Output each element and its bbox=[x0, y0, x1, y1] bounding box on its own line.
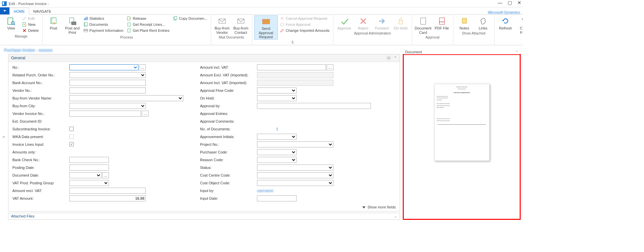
input-by-link[interactable]: username bbox=[257, 189, 273, 193]
payment-info-button[interactable]: Payment Information bbox=[82, 27, 125, 34]
collapse-handle[interactable]: » bbox=[2, 54, 5, 220]
cancel-approval-button[interactable]: Cancel Approval Request bbox=[278, 15, 331, 21]
post-icon: ✶ bbox=[49, 17, 58, 25]
maximize-icon[interactable]: ▢ bbox=[508, 0, 512, 5]
tab-home[interactable]: HOME bbox=[9, 8, 29, 15]
document-preview[interactable]: ━━━━ ━━━ ━━━━ ━━━ ━━━━━━━━━━━━ ━━INVOICE… bbox=[434, 84, 490, 161]
bank-account-field[interactable] bbox=[69, 80, 146, 86]
post-button[interactable]: ✶ Post bbox=[45, 15, 63, 30]
forward-button[interactable]: Forward bbox=[373, 15, 391, 30]
svg-rect-0 bbox=[8, 18, 13, 24]
bank-check-no-field[interactable] bbox=[69, 157, 109, 163]
force-approval-button[interactable]: Force Approval bbox=[278, 21, 331, 27]
reject-button[interactable]: Reject bbox=[354, 15, 372, 30]
group-manage-label: Manage bbox=[2, 34, 40, 38]
close-icon[interactable]: ✕ bbox=[517, 0, 521, 5]
clear-filter-button[interactable]: Clear Filter bbox=[515, 15, 523, 35]
release-button[interactable]: Release bbox=[125, 15, 171, 21]
general-left-column: No.: … Related Purch. Order No.: Bank Ac… bbox=[12, 64, 187, 202]
send-approval-request-button[interactable]: Send Approval Request bbox=[254, 15, 278, 40]
svg-rect-11 bbox=[72, 22, 76, 25]
buy-from-vendor-button[interactable]: Buy-from Vendor bbox=[213, 15, 231, 35]
on-hold-button[interactable]: On Hold bbox=[392, 15, 410, 30]
post-print-icon bbox=[68, 17, 77, 25]
panel-attached-files[interactable]: Attached Files ⌄ bbox=[8, 213, 400, 220]
minimize-icon[interactable]: — bbox=[498, 0, 502, 5]
refresh-button[interactable]: Refresh bbox=[497, 15, 515, 30]
group-mail-label: Mail Documents bbox=[213, 35, 250, 39]
svg-rect-12 bbox=[84, 18, 85, 20]
copy-document-button[interactable]: Copy Documen... bbox=[172, 15, 209, 21]
statistics-button[interactable]: Statistics bbox=[82, 15, 125, 21]
status-field[interactable] bbox=[257, 165, 333, 171]
svg-rect-26 bbox=[262, 19, 270, 24]
edit-button[interactable]: Edit bbox=[21, 15, 40, 21]
document-date-lookup[interactable]: … bbox=[102, 172, 109, 178]
buy-from-vendor-name-field[interactable] bbox=[69, 95, 183, 101]
invoice-lines-checkbox[interactable]: ✓ bbox=[69, 142, 74, 146]
no-lookup[interactable]: … bbox=[139, 64, 146, 70]
documents-icon bbox=[83, 22, 88, 27]
approval-flow-field[interactable] bbox=[257, 87, 297, 93]
approve-icon bbox=[340, 17, 349, 25]
posting-date-field[interactable] bbox=[69, 165, 109, 171]
panel-document: Document ⌃ ━━━━ ━━━ ━━━━ ━━━ ━━━━━━━━━━━… bbox=[403, 54, 521, 220]
vendor-invoice-lookup[interactable]: … bbox=[142, 111, 148, 117]
reason-code-field[interactable] bbox=[257, 157, 297, 163]
change-imported-amounts-button[interactable]: Change Imported Amounts bbox=[278, 27, 331, 34]
cost-centre-field[interactable] bbox=[257, 172, 333, 178]
file-menu-button[interactable] bbox=[0, 7, 9, 14]
tab-navigate[interactable]: NAVIGATE bbox=[29, 8, 55, 14]
app-logo-icon bbox=[2, 1, 7, 6]
links-button[interactable]: Links bbox=[474, 15, 492, 30]
amount-incl-vat-field[interactable] bbox=[257, 64, 326, 70]
view-button[interactable]: View bbox=[2, 15, 20, 30]
general-right-column: Amount incl. VAT: … Amount Excl. VAT (Im… bbox=[200, 64, 374, 202]
svg-line-2 bbox=[14, 24, 15, 25]
notes-button[interactable]: Notes bbox=[455, 15, 473, 30]
pdf-file-button[interactable]: PDF PDF File bbox=[433, 15, 451, 30]
on-hold-field[interactable] bbox=[257, 95, 297, 101]
project-no-field[interactable] bbox=[257, 141, 333, 147]
group-approval-label: Approval bbox=[414, 35, 451, 39]
approvement-initials-field[interactable] bbox=[257, 134, 297, 140]
approve-button[interactable]: Approve bbox=[335, 15, 353, 30]
vat-amount-field[interactable] bbox=[69, 195, 146, 201]
cost-object-field[interactable] bbox=[257, 180, 333, 186]
pencil-icon bbox=[22, 16, 27, 21]
show-more-fields[interactable]: Show more fields bbox=[8, 204, 400, 211]
new-button[interactable]: ✶New bbox=[21, 21, 40, 27]
subcontracting-checkbox[interactable] bbox=[69, 127, 74, 131]
no-field[interactable] bbox=[69, 64, 138, 70]
chevron-up-icon[interactable]: ⌃ bbox=[394, 56, 397, 60]
vendor-invoice-no-field[interactable] bbox=[69, 111, 141, 117]
post-and-print-button[interactable]: Post and Print bbox=[63, 15, 81, 35]
delete-button[interactable]: Delete bbox=[21, 27, 40, 34]
delete-icon bbox=[22, 28, 27, 33]
purchaser-code-field[interactable] bbox=[257, 149, 297, 155]
document-date-field[interactable] bbox=[69, 172, 102, 178]
vat-prod-group-field[interactable] bbox=[69, 180, 109, 186]
document-card-button[interactable]: Document Card bbox=[414, 15, 432, 35]
refresh-icon bbox=[501, 17, 510, 25]
approval-by-field[interactable] bbox=[257, 103, 371, 109]
gear-icon[interactable] bbox=[386, 56, 391, 60]
view-icon bbox=[6, 17, 16, 25]
amount-incl-vat-lookup[interactable]: … bbox=[327, 64, 333, 70]
get-plant-rent-button[interactable]: Get Plant Rent Entries bbox=[125, 27, 171, 34]
chevron-down-icon: ⌄ bbox=[394, 214, 397, 218]
related-po-field[interactable] bbox=[69, 72, 146, 78]
buy-from-contact-button[interactable]: Buy-from Contact bbox=[232, 15, 250, 35]
documents-button[interactable]: Documents bbox=[82, 21, 125, 27]
group-approval: Document Card PDF PDF File Approval bbox=[412, 15, 453, 45]
buy-from-city-field[interactable] bbox=[69, 103, 146, 109]
amount-excl-vat-field[interactable] bbox=[69, 188, 146, 194]
input-date-field[interactable] bbox=[257, 195, 297, 201]
svg-rect-32 bbox=[399, 21, 402, 24]
get-receipt-button[interactable]: Get Receipt Lines... bbox=[125, 21, 171, 27]
chevron-up-icon[interactable]: ⌃ bbox=[515, 50, 518, 54]
reject-icon bbox=[359, 17, 368, 25]
vendor-no-field[interactable] bbox=[69, 87, 146, 93]
caret-down-icon bbox=[3, 10, 6, 12]
no-of-documents-link[interactable]: 1 bbox=[257, 127, 297, 131]
